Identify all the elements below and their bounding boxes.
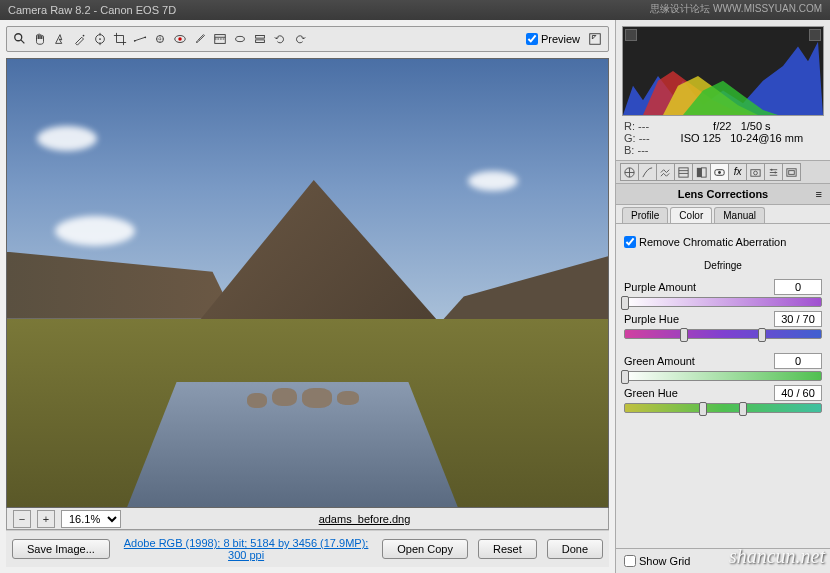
spot-removal-tool-icon[interactable]	[151, 30, 169, 48]
split-toning-tab-icon[interactable]	[692, 163, 711, 181]
watermark-bottom: shancun.net	[729, 545, 825, 568]
svg-point-30	[754, 171, 758, 175]
top-toolbar: Preview	[6, 26, 609, 52]
presets-tab-icon[interactable]	[764, 163, 783, 181]
purple-hue-value: 30 / 70	[774, 311, 822, 327]
svg-point-27	[718, 171, 721, 174]
image-preview[interactable]	[6, 58, 609, 508]
photo-content	[7, 59, 608, 507]
profile-subtab[interactable]: Profile	[622, 207, 668, 223]
zoom-tool-icon[interactable]	[11, 30, 29, 48]
preview-checkbox-input[interactable]	[526, 33, 538, 45]
workflow-options-link[interactable]: Adobe RGB (1998); 8 bit; 5184 by 3456 (1…	[120, 537, 372, 561]
fullscreen-icon[interactable]	[586, 30, 604, 48]
exif-readout: R: --- G: --- B: --- f/22 1/50 s ISO 125…	[616, 116, 830, 161]
svg-rect-37	[789, 170, 795, 174]
red-eye-tool-icon[interactable]	[171, 30, 189, 48]
green-amount-track[interactable]	[624, 371, 822, 381]
remove-chromatic-aberration-checkbox[interactable]: Remove Chromatic Aberration	[624, 236, 822, 248]
defringe-section-title: Defringe	[624, 260, 822, 271]
svg-point-9	[144, 36, 146, 38]
svg-point-16	[236, 36, 245, 41]
svg-rect-18	[256, 40, 265, 43]
color-subtab[interactable]: Color	[670, 207, 712, 223]
green-hue-track[interactable]	[624, 403, 822, 413]
purple-amount-track[interactable]	[624, 297, 822, 307]
svg-point-34	[771, 168, 773, 170]
histogram[interactable]	[622, 26, 824, 116]
effects-tab-icon[interactable]: fx	[728, 163, 747, 181]
zoom-select[interactable]: 16.1%	[61, 510, 121, 528]
slider-thumb-high[interactable]	[739, 402, 747, 416]
zoom-bar: − + 16.1% adams_before.dng	[6, 508, 609, 530]
save-image-button[interactable]: Save Image...	[12, 539, 110, 559]
basic-tab-icon[interactable]	[620, 163, 639, 181]
svg-line-7	[135, 37, 146, 41]
snapshots-tab-icon[interactable]	[782, 163, 801, 181]
svg-rect-21	[679, 167, 688, 176]
tone-curve-tab-icon[interactable]	[638, 163, 657, 181]
slider-thumb[interactable]	[621, 370, 629, 384]
color-sampler-tool-icon[interactable]	[71, 30, 89, 48]
camera-calibration-tab-icon[interactable]	[746, 163, 765, 181]
svg-point-2	[83, 35, 85, 37]
svg-line-1	[21, 40, 25, 44]
adjustment-brush-tool-icon[interactable]	[191, 30, 209, 48]
preview-label: Preview	[541, 33, 580, 45]
reset-button[interactable]: Reset	[478, 539, 537, 559]
lens-corrections-tab-icon[interactable]	[710, 163, 729, 181]
purple-amount-input[interactable]	[774, 279, 822, 295]
done-button[interactable]: Done	[547, 539, 603, 559]
svg-point-4	[99, 38, 101, 40]
rotate-ccw-icon[interactable]	[271, 30, 289, 48]
adjustment-panel-tabs: fx	[616, 161, 830, 184]
svg-rect-17	[256, 36, 265, 39]
detail-tab-icon[interactable]	[656, 163, 675, 181]
crop-tool-icon[interactable]	[111, 30, 129, 48]
green-hue-value: 40 / 60	[774, 385, 822, 401]
hand-tool-icon[interactable]	[31, 30, 49, 48]
panel-body: Remove Chromatic Aberration Defringe Pur…	[616, 224, 830, 548]
purple-amount-slider: Purple Amount	[624, 279, 822, 307]
zoom-in-icon[interactable]: +	[37, 510, 55, 528]
slider-thumb-high[interactable]	[758, 328, 766, 342]
slider-thumb[interactable]	[621, 296, 629, 310]
white-balance-tool-icon[interactable]	[51, 30, 69, 48]
purple-hue-track[interactable]	[624, 329, 822, 339]
filename-label: adams_before.dng	[127, 513, 602, 525]
hsl-tab-icon[interactable]	[674, 163, 693, 181]
window-title: Camera Raw 8.2 - Canon EOS 7D	[8, 4, 176, 16]
svg-rect-24	[697, 167, 702, 176]
right-panel: R: --- G: --- B: --- f/22 1/50 s ISO 125…	[615, 20, 830, 573]
rotate-cw-icon[interactable]	[291, 30, 309, 48]
panel-menu-icon[interactable]: ≡	[816, 188, 822, 200]
graduated-filter-tool-icon[interactable]	[211, 30, 229, 48]
radial-filter-tool-icon[interactable]	[231, 30, 249, 48]
purple-hue-slider: Purple Hue 30 / 70	[624, 311, 822, 339]
slider-thumb-low[interactable]	[699, 402, 707, 416]
zoom-out-icon[interactable]: −	[13, 510, 31, 528]
open-copy-button[interactable]: Open Copy	[382, 539, 468, 559]
svg-text:fx: fx	[734, 166, 743, 177]
manual-subtab[interactable]: Manual	[714, 207, 765, 223]
targeted-adjustment-tool-icon[interactable]	[91, 30, 109, 48]
svg-point-12	[178, 37, 182, 41]
preview-checkbox[interactable]: Preview	[526, 33, 580, 45]
svg-point-0	[15, 34, 22, 41]
preferences-icon[interactable]	[251, 30, 269, 48]
slider-thumb-low[interactable]	[680, 328, 688, 342]
svg-point-8	[134, 40, 136, 42]
green-amount-slider: Green Amount	[624, 353, 822, 381]
green-amount-input[interactable]	[774, 353, 822, 369]
green-hue-slider: Green Hue 40 / 60	[624, 385, 822, 413]
svg-point-35	[774, 171, 776, 173]
bottom-bar: Save Image... Adobe RGB (1998); 8 bit; 5…	[6, 530, 609, 567]
svg-rect-25	[702, 167, 707, 176]
watermark-top: 思缘设计论坛 WWW.MISSYUAN.COM	[650, 2, 822, 16]
panel-title: Lens Corrections ≡	[616, 184, 830, 205]
straighten-tool-icon[interactable]	[131, 30, 149, 48]
lens-correction-subtabs: Profile Color Manual	[616, 205, 830, 224]
